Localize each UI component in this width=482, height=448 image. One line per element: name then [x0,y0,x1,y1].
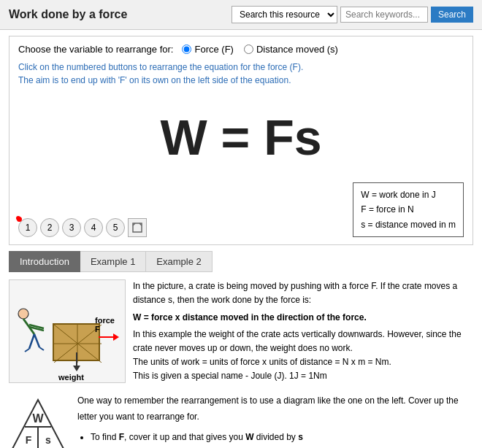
tabs-row: Introduction Example 1 Example 2 [9,251,473,272]
svg-line-9 [25,349,29,352]
legend-box: W = work done in J F = force in N s = di… [353,182,464,237]
red-dot [17,217,22,222]
wfs-triangle-icon: W F s [9,396,67,448]
number-buttons: 1 2 3 4 5 [18,218,147,237]
num-btn-5[interactable]: 5 [106,218,125,237]
force-label: force F [95,316,118,333]
instruction-text: Click on the numbered buttons to rearran… [18,61,464,87]
intro-text: In the picture, a crate is being moved b… [133,279,473,383]
equation-bottom-row: 1 2 3 4 5 W = work done in J F = force i… [18,182,464,237]
variable-select-row: Choose the variable to rearrange for: Fo… [18,44,464,55]
search-input[interactable] [340,7,428,23]
wfs-section: W F s One way to remember the rearrangem… [9,393,473,448]
tab-introduction[interactable]: Introduction [9,251,80,272]
tab-example1[interactable]: Example 1 [80,251,146,272]
svg-line-8 [34,334,39,347]
svg-point-3 [18,309,28,319]
tab-example2[interactable]: Example 2 [146,251,212,272]
svg-text:s: s [45,434,51,446]
svg-line-4 [23,319,34,334]
num-btn-1[interactable]: 1 [18,218,37,237]
wfs-text: One way to remember the rearrangement is… [77,393,473,448]
equation-box: Choose the variable to rearrange for: Fo… [9,36,473,245]
search-resource-select[interactable]: Search this resource [232,6,337,23]
triangle-container: W F s [9,393,67,448]
svg-text:F: F [26,434,32,446]
svg-text:W: W [32,412,44,425]
expand-icon [132,223,142,233]
crate-scene: force F weight [16,291,118,371]
svg-line-10 [39,347,44,350]
num-btn-4[interactable]: 4 [84,218,103,237]
intro-section: force F weight In the picture, a crate i… [9,279,473,383]
radio-distance[interactable]: Distance moved (s) [244,44,338,55]
svg-line-7 [29,334,34,349]
expand-button[interactable] [128,218,147,237]
page-title: Work done by a force [9,8,127,21]
wfs-bullet-f: To find F, cover it up and that gives yo… [91,430,473,446]
force-arrow [99,333,119,341]
weight-label: weight [58,373,84,382]
intro-image: force F weight [9,279,126,383]
wfs-bullets: To find F, cover it up and that gives yo… [77,430,473,448]
radio-group: Force (F) Distance moved (s) [182,44,337,55]
num-btn-3[interactable]: 3 [62,218,81,237]
radio-force[interactable]: Force (F) [182,44,233,55]
search-button[interactable]: Search [431,7,473,23]
equation-display: W = Fs [18,94,464,177]
top-bar: Work done by a force Search this resourc… [0,0,482,30]
variable-label: Choose the variable to rearrange for: [18,44,173,55]
num-btn-2[interactable]: 2 [40,218,59,237]
person-icon [16,306,49,361]
weight-arrow [73,352,80,371]
